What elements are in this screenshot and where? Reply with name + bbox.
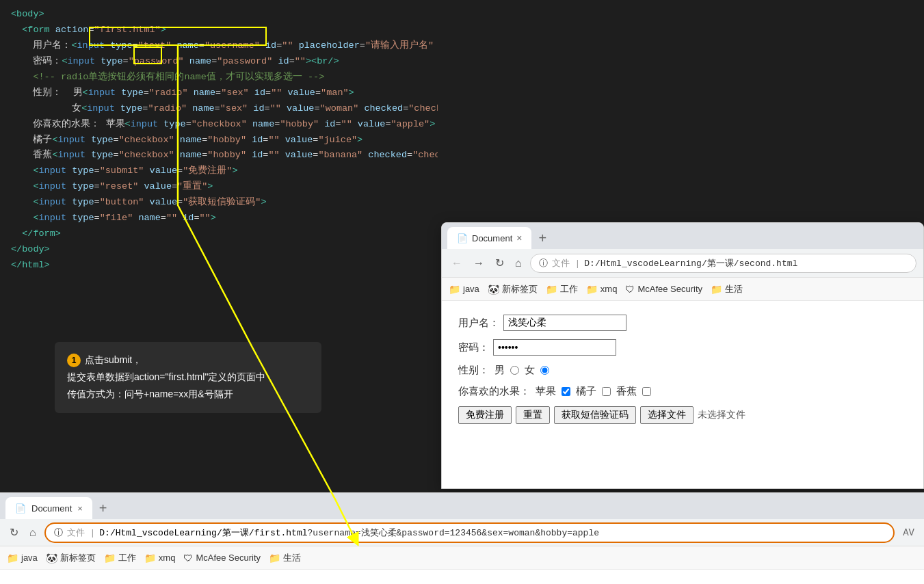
code-content: <body> <form action="first.html"> 用户名：<i… [0, 0, 438, 492]
code-line-l12: <input type="reset" value="重置"> [11, 179, 427, 195]
bottom-bookmark-label: 工作 [118, 552, 136, 564]
bottom-bookmark-icon: 📁 [104, 553, 116, 563]
tab-close-btn[interactable]: × [516, 233, 522, 243]
bottom-address-url: D:/Html_vscodeLearning/第一课/first.html?us… [99, 527, 599, 539]
bottom-bookmark-icon: 📁 [144, 553, 156, 563]
fruit-label: 你喜欢的水果： [458, 385, 530, 398]
file-none-text: 未选择文件 [698, 409, 745, 421]
bottom-url-path: D:/Html_vscodeLearning/第一课/first.html [99, 528, 307, 538]
browser-window-bottom: 📄 Document × + ↻ ⌂ ⓘ 文件 | D:/Html_vscode… [0, 492, 924, 584]
gender-row: 性别： 男 女 [458, 364, 907, 377]
bookmark-icon: 📁 [711, 284, 722, 295]
gender-label: 性别： [458, 364, 489, 377]
browser-bottom-toolbar: ↻ ⌂ ⓘ 文件 | D:/Html_vscodeLearning/第一课/fi… [0, 519, 924, 546]
fruit-banana-label: 香蕉 [616, 385, 637, 398]
code-line-l10: 香蕉<input type="checkbox" name="hobby" id… [11, 148, 427, 163]
bottom-bookmark-icon: 🛡 [183, 553, 193, 563]
bookmark-icon: 📁 [546, 284, 557, 295]
address-info-icon: ⓘ [539, 257, 548, 269]
file-button[interactable]: 选择文件 [640, 406, 694, 424]
bottom-tab-close[interactable]: × [77, 503, 83, 514]
bookmark-icon: 📁 [449, 284, 460, 295]
code-line-l4: 密码：<input type="password" name="password… [11, 54, 427, 70]
bottom-bookmark-icon: 📁 [269, 553, 280, 563]
back-button[interactable]: ← [449, 254, 465, 272]
new-tab-button[interactable]: + [533, 227, 552, 249]
bottom-bookmark-生活[interactable]: 📁生活 [269, 552, 301, 564]
code-line-l13: <input type="button" value="获取短信验证码"> [11, 195, 427, 211]
address-url-text: D:/Html_vscodeLearning/第一课/second.html [584, 257, 797, 269]
bottom-refresh-button[interactable]: ↻ [7, 523, 21, 542]
sms-button[interactable]: 获取短信验证码 [554, 406, 636, 424]
browser-toolbar: ← → ↻ ⌂ ⓘ 文件 | D:/Html_vscodeLearning/第一… [442, 249, 923, 278]
fruit-orange-label: 橘子 [576, 385, 596, 398]
bottom-new-tab-button[interactable]: + [94, 497, 113, 519]
address-bar-bottom[interactable]: ⓘ 文件 | D:/Html_vscodeLearning/第一课/first.… [44, 522, 895, 543]
bookmark-label: java [463, 284, 479, 294]
code-line-l3: 用户名：<input type="text" name="username" i… [11, 38, 427, 54]
bottom-home-button[interactable]: ⌂ [27, 524, 39, 542]
bookmark-icon: 📁 [586, 284, 598, 295]
bookmark-icon: 🐼 [488, 284, 499, 295]
address-bar-top[interactable]: ⓘ 文件 | D:/Html_vscodeLearning/第一课/second… [530, 254, 916, 273]
password-input[interactable] [493, 339, 616, 356]
radio-female[interactable] [540, 366, 549, 375]
bookmark-label: xmq [600, 284, 618, 294]
code-line-l15: </form> [11, 226, 427, 242]
browser-window-top: 📄 Document × + ← → ↻ ⌂ ⓘ 文件 | D:/Html_vs… [441, 222, 924, 489]
checkbox-orange[interactable] [602, 387, 611, 396]
code-line-l11: <input type="submit" value="免费注册"> [11, 163, 427, 179]
code-line-l2: <form action="first.html"> [11, 23, 427, 38]
bookmark-生活[interactable]: 📁生活 [711, 283, 743, 295]
username-row: 用户名： [458, 315, 907, 331]
browser-bottom-tab-document[interactable]: 📄 Document × [5, 497, 92, 519]
bottom-bookmark-icon: 📁 [7, 553, 18, 563]
refresh-button[interactable]: ↻ [492, 254, 507, 272]
bookmark-icon: 🛡 [625, 284, 635, 295]
bottom-tab-icon: 📄 [15, 503, 26, 514]
browser-bottom-bookmarks: 📁java🐼新标签页📁工作📁xmq🛡McAfee Security📁生活 [0, 546, 924, 570]
tab-document-label: Document [472, 233, 512, 243]
bookmark-xmq[interactable]: 📁xmq [586, 284, 618, 295]
home-button[interactable]: ⌂ [512, 254, 525, 272]
bottom-toolbar-extra: AV [900, 527, 917, 538]
browser-form-content: 用户名： 密码： 性别： 男 女 你喜欢的水果： 苹果 橘子 香蕉 免费注册 重… [442, 301, 923, 438]
username-label: 用户名： [458, 317, 499, 330]
bookmark-label: 新标签页 [502, 283, 538, 295]
register-button[interactable]: 免费注册 [458, 406, 512, 424]
username-input[interactable] [503, 315, 626, 331]
bookmark-工作[interactable]: 📁工作 [546, 283, 578, 295]
reset-button[interactable]: 重置 [516, 406, 550, 424]
checkbox-banana[interactable] [642, 387, 651, 396]
form-buttons-row: 免费注册 重置 获取短信验证码 选择文件 未选择文件 [458, 406, 907, 424]
bottom-tab-label: Document [31, 503, 72, 514]
bookmark-McAfee Security[interactable]: 🛡McAfee Security [625, 284, 702, 295]
browser-tab-document[interactable]: 📄 Document × [447, 227, 531, 249]
forward-button[interactable]: → [471, 254, 487, 272]
tooltip-line3: 传值方式为：问号+name=xx用&号隔开 [67, 388, 233, 399]
fruit-apple-label: 苹果 [536, 385, 556, 398]
tab-document-icon: 📄 [457, 233, 468, 243]
code-line-l5: <!-- radio单选按钮必须有相同的name值，才可以实现多选一 --> [11, 70, 427, 85]
code-line-l14: <input type="file" name="" id=""> [11, 211, 427, 226]
checkbox-apple[interactable] [562, 387, 570, 396]
address-separator: 文件 | [552, 257, 581, 269]
bookmark-新标签页[interactable]: 🐼新标签页 [488, 283, 538, 295]
code-editor: <body> <form action="first.html"> 用户名：<i… [0, 0, 438, 492]
bottom-bookmark-label: java [21, 553, 38, 563]
bottom-bookmark-label: 生活 [283, 552, 301, 564]
bookmark-java[interactable]: 📁java [449, 284, 479, 295]
bottom-bookmark-xmq[interactable]: 📁xmq [144, 553, 176, 563]
radio-male[interactable] [510, 366, 519, 375]
bottom-bookmark-McAfee Security[interactable]: 🛡McAfee Security [183, 553, 261, 563]
bottom-bookmark-新标签页[interactable]: 🐼新标签页 [46, 552, 96, 564]
fruit-row: 你喜欢的水果： 苹果 橘子 香蕉 [458, 385, 907, 398]
browser-bookmarks-top: 📁java🐼新标签页📁工作📁xmq🛡McAfee Security📁生活 [442, 278, 923, 301]
code-line-l8: 你喜欢的水果： 苹果<input type="checkbox" name="h… [11, 117, 427, 133]
bottom-bookmark-java[interactable]: 📁java [7, 553, 38, 563]
bookmark-label: McAfee Security [637, 284, 702, 294]
bottom-bookmark-工作[interactable]: 📁工作 [104, 552, 136, 564]
password-label: 密码： [458, 341, 489, 354]
browser-tab-bar: 📄 Document × + [442, 223, 923, 249]
bottom-bookmark-label: 新标签页 [60, 552, 96, 564]
